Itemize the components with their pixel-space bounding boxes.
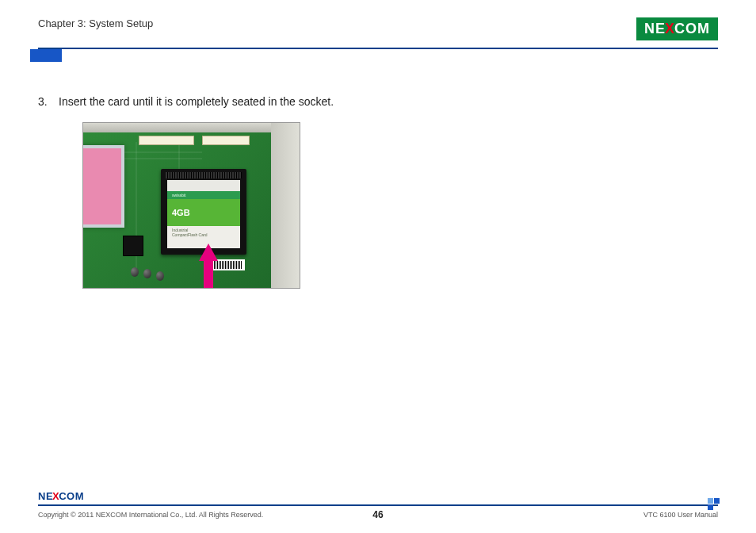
barcode-sticker-icon	[208, 259, 245, 270]
cf-brand-label: swissbit	[167, 191, 240, 199]
capacitor-icon	[143, 269, 151, 278]
chassis-edge-right	[271, 123, 300, 288]
cf-card-socket: swissbit 4GB Industrial CompactFlash Car…	[161, 169, 246, 255]
cf-capacity-label: 4GB	[172, 208, 190, 217]
edge-connector-icon	[139, 136, 194, 145]
ic-chip-icon	[123, 236, 143, 256]
installation-photo: swissbit 4GB Industrial CompactFlash Car…	[82, 122, 300, 289]
insert-arrow-icon	[199, 243, 218, 261]
insert-arrow-stem	[204, 259, 213, 289]
chapter-title: Chapter 3: System Setup	[38, 17, 153, 29]
cf-label-line2: CompactFlash Card	[172, 232, 235, 237]
thermal-pad	[82, 145, 124, 228]
header-rule	[38, 48, 718, 62]
copyright-text: Copyright © 2011 NEXCOM International Co…	[38, 511, 263, 519]
brand-com: COM	[674, 21, 710, 37]
brand-ne: NE	[644, 21, 666, 37]
instruction-text: Insert the card until it is completely s…	[59, 95, 334, 108]
brand-logo-top: NEXCOM	[636, 17, 718, 40]
instruction-number: 3.	[38, 95, 51, 108]
motherboard-pcb: swissbit 4GB Industrial CompactFlash Car…	[83, 132, 271, 288]
footer-decor-squares-icon	[708, 498, 720, 510]
footer-rule	[38, 504, 718, 506]
chassis-edge-top	[83, 123, 300, 132]
brand-com: COM	[59, 490, 84, 502]
instruction-step: 3. Insert the card until it is completel…	[38, 95, 718, 108]
header-accent-tab	[30, 49, 62, 62]
manual-title: VTC 6100 User Manual	[643, 511, 718, 519]
capacitor-icon	[156, 271, 164, 281]
brand-logo-bottom: NEXCOM	[38, 490, 84, 502]
capacitor-icon	[131, 267, 139, 277]
edge-connector-icon	[202, 136, 250, 145]
page-number: 46	[372, 509, 383, 520]
brand-ne: NE	[38, 490, 53, 502]
cf-card: swissbit 4GB Industrial CompactFlash Car…	[167, 180, 240, 248]
